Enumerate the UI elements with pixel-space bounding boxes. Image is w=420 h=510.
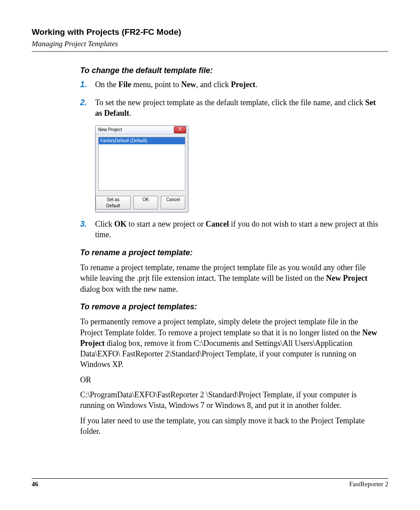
remove-paragraph-1: To permanently remove a project template… (80, 316, 380, 370)
close-icon[interactable]: X (174, 126, 186, 133)
section-subheading: Managing Project Templates (32, 40, 388, 48)
set-as-default-button[interactable]: Set as Default (96, 196, 131, 209)
step-text: To set the new project template as the d… (95, 98, 376, 117)
remove-paragraph-3: If you later need to use the template, y… (80, 415, 380, 437)
heading-change-default: To change the default template file: (80, 65, 380, 76)
footer-rule (32, 478, 388, 479)
step-number: 3. (80, 219, 87, 229)
step-text: On the File menu, point to New, and clic… (95, 80, 258, 89)
rename-paragraph: To rename a project template, rename the… (80, 262, 380, 294)
step-2: 2. To set the new project template as th… (80, 97, 380, 119)
dialog-titlebar: New Project X (96, 126, 188, 134)
step-number: 1. (80, 79, 87, 90)
page-footer: 46 FastReporter 2 (32, 478, 388, 488)
ok-button[interactable]: OK (133, 196, 158, 209)
step-number: 2. (80, 97, 87, 108)
remove-or: OR (80, 374, 380, 385)
page-number: 46 (32, 481, 38, 488)
dialog-title: New Project (98, 127, 122, 133)
step-text: Click OK to start a new project or Cance… (95, 220, 378, 239)
cancel-button[interactable]: Cancel (161, 196, 185, 209)
remove-paragraph-2: C:\ProgramData\EXFO\FastReporter 2 \Stan… (80, 389, 380, 411)
chapter-title: Working with Projects (FR2-FC Mode) (32, 27, 388, 37)
heading-rename: To rename a project template: (80, 247, 380, 258)
step-3: 3. Click OK to start a new project or Ca… (80, 219, 380, 240)
steps-list-change-default: 1. On the File menu, point to New, and c… (80, 79, 380, 118)
heading-remove: To remove a project templates: (80, 301, 380, 312)
steps-list-change-default-cont: 3. Click OK to start a new project or Ca… (80, 219, 380, 240)
step-1: 1. On the File menu, point to New, and c… (80, 79, 380, 90)
dialog-screenshot: New Project X FactoryDefault (Default) S… (95, 125, 380, 213)
template-listbox[interactable]: FactoryDefault (Default) (98, 137, 185, 191)
header-rule (32, 51, 388, 52)
template-list-item-selected[interactable]: FactoryDefault (Default) (99, 137, 185, 144)
page-content: To change the default template file: 1. … (80, 65, 380, 437)
product-name: FastReporter 2 (349, 481, 388, 488)
new-project-dialog: New Project X FactoryDefault (Default) S… (95, 125, 188, 213)
